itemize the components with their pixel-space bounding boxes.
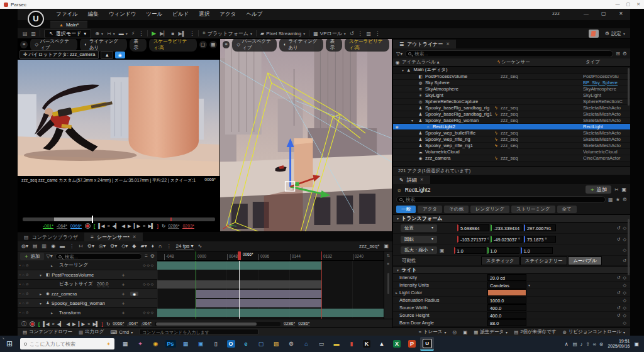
info-icon[interactable]: ⓘ (21, 321, 26, 327)
column-item-label[interactable]: アイテムラベル ▴ (402, 59, 497, 65)
volume-icon[interactable]: ♪ (580, 341, 583, 347)
parsec-minimize-button[interactable]: — (616, 2, 620, 7)
task-view-icon[interactable]: ▦ (118, 337, 132, 351)
sequencer-track-row[interactable]: ▪∩⊘ ビネットサイズ 200.0 ＋ ◉ ◇◇◇ (18, 280, 392, 289)
timeline-ruler[interactable]: -048000000480096014401920240 0066* (157, 251, 384, 261)
keyframe-options-icon[interactable]: ◇▾ (121, 243, 128, 249)
unsaved-button[interactable]: ▤2個が未保存です (514, 329, 556, 335)
console-command-input[interactable] (142, 329, 255, 334)
world-row[interactable]: ▾ ▲ Main (エディタ) (393, 67, 630, 74)
lit-mode-dropdown[interactable]: ◐ライティングあり (279, 39, 323, 52)
photoshop-icon[interactable]: Ps (164, 337, 177, 351)
reset-icon[interactable]: ↺ (617, 226, 621, 231)
filter-tab[interactable]: レンダリング (470, 206, 509, 213)
rewind-button[interactable]: « (52, 321, 53, 327)
play-options-icon[interactable]: ⋮ (189, 31, 194, 36)
section-light[interactable]: ▾ライト (393, 266, 630, 274)
keyframe-nav-icons[interactable]: ◇◇◇ (143, 311, 155, 314)
show-dropdown[interactable]: 表示 (326, 39, 342, 52)
loop-start-bracket[interactable]: [ (94, 224, 95, 228)
cmd-dropdown[interactable]: ⌨Cmd▾ (110, 329, 133, 335)
sticky-notes-icon[interactable]: ▬ (330, 337, 343, 351)
keyframe-nav-icons[interactable]: ◇◇◇ (143, 282, 155, 286)
reset-icon[interactable]: ↺ (623, 258, 626, 263)
sequencer-track-row[interactable]: ▪∩⊘ ▸ スケーリング ＋ ◉ ◇◇◇ (18, 261, 392, 270)
expand-arrow-icon[interactable]: ▸ (393, 290, 398, 295)
column-sequencer[interactable]: ϟ シーケンサー (497, 59, 586, 65)
track-section-bar[interactable] (196, 290, 321, 298)
taskbar-search[interactable]: ✦ (20, 338, 114, 349)
track-lane[interactable] (157, 308, 384, 317)
cinematics-dropdown[interactable]: ▬▾ (119, 31, 128, 36)
outliner-row[interactable]: ◉ ♟ Spooky_baseRig_sandbag_rig1 ϟ zzz_se… (393, 111, 630, 118)
pilot-actor-label[interactable]: ✛ パイロットアクタ: zzz_camera (19, 50, 99, 59)
in-frame[interactable]: -001* (43, 224, 53, 229)
unreal-icon[interactable]: U (420, 337, 434, 351)
to-end-button[interactable]: ▶▌ (92, 321, 98, 327)
scale-dropdown[interactable]: 拡大・縮小▾ (401, 246, 437, 254)
add-section-icon[interactable]: ＋ (121, 300, 126, 307)
keyframe-nav-icons[interactable]: ◇◇◇ (143, 263, 155, 267)
link-icon[interactable]: ∞ (593, 341, 596, 347)
add-section-icon[interactable]: ＋ (121, 272, 126, 278)
mobility-option[interactable]: ステイショナリー (520, 256, 568, 265)
taskbar-search-input[interactable] (30, 341, 104, 347)
keyframe-icon[interactable]: ◇ (623, 290, 626, 295)
scalability-pill[interactable]: スケーラビリティ:高 (149, 39, 197, 52)
insights-icon[interactable]: ◎ (453, 329, 457, 335)
outliner-row[interactable]: ◉ ◍ Sky Sphere ϟ BP_Sky_Sphere (393, 80, 630, 86)
location-x-field[interactable]: 5.698984 (457, 224, 489, 231)
copilot-icon[interactable]: ✦ (133, 337, 147, 351)
select-mode-dropdown[interactable]: ↖ 選択モード ▾ (44, 29, 91, 38)
menu-item[interactable]: ファイル (52, 9, 82, 19)
tracks-scrollbar[interactable] (387, 273, 389, 294)
reset-icon[interactable]: ↺ (617, 305, 621, 311)
fps-dropdown[interactable]: 24 fps ▾ (176, 243, 194, 250)
track-section-bar[interactable] (157, 309, 384, 317)
content-drawer-button[interactable]: ▤コンテンツドロワー (23, 329, 72, 335)
add-section-icon[interactable]: ＋ (121, 281, 126, 288)
reset-icon[interactable]: ↺ (617, 313, 621, 318)
playback-options-icon[interactable]: ⚙▾ (110, 243, 117, 249)
lock-icon[interactable]: ▣ (384, 243, 389, 249)
add-actor-dropdown[interactable]: ⊕▾ (95, 31, 103, 36)
camera-lock-toggle[interactable]: ◉ (130, 292, 138, 296)
outliner-row[interactable]: ◉ ◎ SphereReflectionCapture ϟ SphereRefl… (393, 99, 630, 105)
taskbar-clock[interactable]: 19:51 2025/09/16 (608, 339, 630, 349)
outliner-scrollbar[interactable] (628, 68, 630, 106)
fast-forward-button[interactable]: » (143, 223, 145, 229)
add-track-button[interactable]: ＋追加 (20, 253, 44, 260)
show-dropdown[interactable]: 表示 (130, 39, 147, 52)
expand-arrow-icon[interactable]: ▸ (51, 263, 55, 268)
excel-icon[interactable]: X (390, 337, 404, 351)
photos-icon[interactable]: ▣ (194, 337, 208, 351)
browse-content-icon[interactable]: ▥ (31, 31, 36, 36)
rotation-dropdown[interactable]: 回転▾ (401, 236, 437, 243)
filter-tab[interactable]: アクタ (418, 206, 442, 213)
outliner-row[interactable]: ◉ ♟ Spooky_baseRig_sandbag_rig ϟ zzz_seq… (393, 105, 630, 111)
track-search-input[interactable] (65, 254, 138, 259)
bridge-button[interactable] (589, 30, 599, 38)
to-end-button[interactable]: ▶▌ (148, 223, 153, 229)
property-value-field[interactable]: 1000.0 (487, 297, 526, 304)
scale-y-field[interactable]: 1.0 (487, 247, 519, 254)
calculator-icon[interactable]: ▦ (179, 337, 192, 351)
ue-maximize-button[interactable]: ▢ (601, 11, 606, 16)
playhead-handle[interactable] (238, 251, 241, 261)
menu-item[interactable]: アクタ (215, 9, 240, 19)
timeline-scrollbar[interactable] (155, 322, 280, 326)
sequence-breadcrumb[interactable]: zzz_seq* (359, 243, 379, 249)
camera-toggle-button[interactable]: ◉ (115, 52, 125, 58)
add-section-icon[interactable]: ＋ (121, 309, 126, 316)
outliner-row[interactable]: ◉ ♟ Spooky_wep_rifle_rig ϟ zzz_seq Skele… (393, 136, 630, 143)
fast-forward-button[interactable]: » (87, 321, 89, 327)
loop-mode-button[interactable]: ↻ (162, 223, 165, 229)
store-icon[interactable]: ⌂ (299, 337, 313, 351)
keyframe-icon[interactable]: ◇ (623, 226, 626, 231)
browse-sequence-icon[interactable]: ▥ (42, 243, 47, 249)
edit-mode-icon[interactable]: ▰▾ (141, 243, 147, 249)
edge-icon[interactable]: e (239, 337, 253, 351)
onigiri-app-icon[interactable]: ▲ (375, 337, 389, 351)
trace-dropdown[interactable]: ≈トレース▾ (419, 329, 447, 335)
list-options-icon[interactable]: ≡ (145, 253, 148, 259)
